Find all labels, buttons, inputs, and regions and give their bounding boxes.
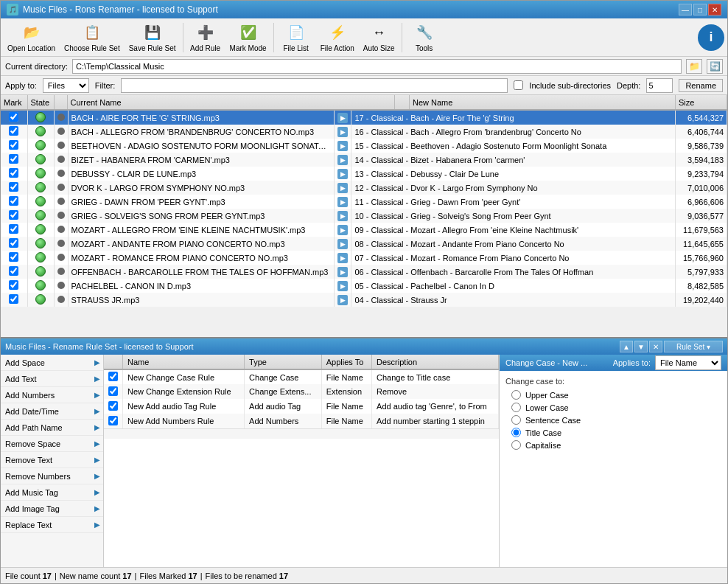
table-row[interactable]: STRAUSS JR.mp3▶04 - Classical - Strauss … bbox=[1, 293, 727, 307]
action-add-space[interactable]: Add Space ▶ bbox=[1, 355, 103, 371]
file-type-icon bbox=[57, 268, 65, 275]
current-name-cell: GRIEG - SOLVEIG'S SONG FROM PEER GYNT.mp… bbox=[68, 209, 335, 223]
move-up-button[interactable]: ▲ bbox=[620, 341, 633, 352]
option-capitalise[interactable]: Capitalise bbox=[511, 440, 721, 450]
radio-title-case[interactable] bbox=[511, 428, 521, 437]
depth-input[interactable] bbox=[646, 78, 673, 93]
title-case-label: Title Case bbox=[525, 428, 561, 437]
radio-upper-case[interactable] bbox=[511, 390, 521, 400]
rule-horizontal-scrollbar[interactable] bbox=[104, 428, 499, 439]
file-type-icon bbox=[57, 198, 65, 205]
action-remove-space[interactable]: Remove Space ▶ bbox=[1, 436, 103, 452]
mark-mode-button[interactable]: ✅ Mark Mode bbox=[226, 21, 270, 55]
action-add-pathname[interactable]: Add Path Name ▶ bbox=[1, 420, 103, 436]
file-mark-checkbox[interactable] bbox=[9, 112, 18, 122]
file-list-scroll[interactable]: BACH - AIRE FOR THE 'G' STRING.mp3▶17 - … bbox=[1, 111, 727, 336]
table-row[interactable]: GRIEG - SOLVEIG'S SONG FROM PEER GYNT.mp… bbox=[1, 209, 727, 223]
file-mark-checkbox[interactable] bbox=[9, 126, 18, 136]
rule-checkbox[interactable] bbox=[108, 401, 118, 411]
rule-row[interactable]: New Change Extension RuleChange Extens..… bbox=[104, 384, 499, 399]
table-row[interactable]: DVOR K - LARGO FROM SYMPHONY NO.mp3▶12 -… bbox=[1, 181, 727, 195]
rule-checkbox[interactable] bbox=[108, 386, 118, 396]
option-title-case[interactable]: Title Case bbox=[511, 428, 721, 437]
rule-checkbox[interactable] bbox=[108, 372, 118, 381]
save-rule-set-button[interactable]: 💾 Save Rule Set bbox=[125, 21, 180, 55]
file-mark-checkbox[interactable] bbox=[9, 266, 18, 276]
radio-lower-case[interactable] bbox=[511, 403, 521, 412]
file-action-label: File Action bbox=[321, 44, 354, 52]
option-upper-case[interactable]: Upper Case bbox=[511, 390, 721, 400]
file-mark-checkbox[interactable] bbox=[9, 280, 18, 290]
add-rule-button[interactable]: ➕ Add Rule bbox=[186, 21, 225, 55]
table-row[interactable]: PACHELBEL - CANON IN D.mp3▶05 - Classica… bbox=[1, 279, 727, 293]
applies-to-select[interactable]: File Name Extension Both bbox=[655, 355, 721, 370]
close-button[interactable]: ✕ bbox=[708, 4, 721, 15]
table-row[interactable]: GRIEG - DAWN FROM 'PEER GYNT'.mp3▶11 - C… bbox=[1, 195, 727, 209]
rule-row[interactable]: New Change Case RuleChange CaseFile Name… bbox=[104, 369, 499, 384]
auto-size-button[interactable]: ↔ Auto Size bbox=[360, 21, 399, 55]
table-row[interactable]: BACH - AIRE FOR THE 'G' STRING.mp3▶17 - … bbox=[1, 111, 727, 125]
file-mark-checkbox[interactable] bbox=[9, 294, 18, 304]
delete-rule-button[interactable]: ✕ bbox=[649, 341, 662, 352]
rule-set-button[interactable]: Rule Set ▾ bbox=[664, 341, 723, 352]
current-name-cell: BACH - ALLEGRO FROM 'BRANDENBRUG' CONCER… bbox=[68, 125, 335, 139]
rule-checkbox[interactable] bbox=[108, 416, 118, 425]
option-lower-case[interactable]: Lower Case bbox=[511, 403, 721, 412]
file-list-button[interactable]: 📄 File List bbox=[277, 21, 315, 55]
action-add-music-tag[interactable]: Add Music Tag ▶ bbox=[1, 484, 103, 501]
rename-button[interactable]: Rename bbox=[679, 79, 723, 92]
file-mark-checkbox[interactable] bbox=[9, 252, 18, 262]
table-row[interactable]: MOZART - ROMANCE FROM PIANO CONCERTO NO.… bbox=[1, 251, 727, 265]
file-mark-checkbox[interactable] bbox=[9, 224, 18, 234]
refresh-button[interactable]: 🔄 bbox=[707, 59, 723, 74]
rule-scroll-area[interactable]: Name Type Applies To Description New Cha… bbox=[104, 355, 499, 428]
info-button[interactable]: i bbox=[698, 24, 724, 51]
include-subdirs-checkbox[interactable] bbox=[514, 80, 523, 90]
table-row[interactable]: BEETHOVEN - ADAGIO SOSTENUTO FORM MOONLI… bbox=[1, 139, 727, 153]
file-mark-checkbox[interactable] bbox=[9, 196, 18, 206]
browse-folder-button[interactable]: 📁 bbox=[686, 59, 702, 74]
bottom-panel: Music Files - Rename Rule Set - licensed… bbox=[1, 338, 727, 567]
file-type-icon bbox=[57, 282, 65, 289]
action-add-image-tag-arrow: ▶ bbox=[94, 504, 100, 512]
open-location-button[interactable]: 📂 Open Location bbox=[4, 21, 59, 55]
move-down-button[interactable]: ▼ bbox=[634, 341, 648, 352]
new-name-cell: 17 - Classical - Bach - Aire For The 'g'… bbox=[351, 111, 676, 125]
file-mark-checkbox[interactable] bbox=[9, 140, 18, 150]
table-row[interactable]: MOZART - ANDANTE FROM PIANO CONCERTO NO.… bbox=[1, 237, 727, 251]
rule-row[interactable]: New Add audio Tag RuleAdd audio TagFile … bbox=[104, 399, 499, 414]
file-mark-checkbox[interactable] bbox=[9, 168, 18, 178]
action-remove-text[interactable]: Remove Text ▶ bbox=[1, 452, 103, 468]
file-action-button[interactable]: ⚡ File Action bbox=[317, 21, 358, 55]
action-add-image-tag[interactable]: Add Image Tag ▶ bbox=[1, 501, 103, 517]
apply-to-select[interactable]: Files Folders Both bbox=[43, 78, 89, 93]
table-row[interactable]: DEBUSSY - CLAIR DE LUNE.mp3▶13 - Classic… bbox=[1, 167, 727, 181]
table-row[interactable]: MOZART - ALLEGRO FROM 'EINE KLEINE NACHT… bbox=[1, 223, 727, 237]
action-add-numbers[interactable]: Add Numbers ▶ bbox=[1, 387, 103, 403]
file-mark-checkbox[interactable] bbox=[9, 182, 18, 192]
action-remove-numbers[interactable]: Remove Numbers ▶ bbox=[1, 468, 103, 484]
action-replace-text[interactable]: Replace Text ▶ bbox=[1, 517, 103, 533]
table-row[interactable]: BIZET - HABANERA FROM 'CARMEN'.mp3▶14 - … bbox=[1, 153, 727, 167]
radio-sentence-case[interactable] bbox=[511, 415, 521, 425]
state-icon bbox=[35, 112, 46, 122]
action-add-pathname-label: Add Path Name bbox=[5, 423, 63, 432]
directory-input[interactable] bbox=[72, 59, 682, 74]
file-mark-checkbox[interactable] bbox=[9, 210, 18, 220]
action-add-text[interactable]: Add Text ▶ bbox=[1, 371, 103, 387]
current-name-cell: STRAUSS JR.mp3 bbox=[68, 293, 335, 307]
option-sentence-case[interactable]: Sentence Case bbox=[511, 415, 721, 425]
radio-capitalise[interactable] bbox=[511, 440, 521, 450]
maximize-button[interactable]: □ bbox=[693, 4, 707, 15]
action-add-datetime[interactable]: Add Date/Time ▶ bbox=[1, 403, 103, 420]
tools-button[interactable]: 🔧 Tools bbox=[405, 21, 444, 55]
choose-rule-set-button[interactable]: 📋 Choose Rule Set bbox=[60, 21, 124, 55]
rule-row[interactable]: New Add Numbers RuleAdd NumbersFile Name… bbox=[104, 414, 499, 428]
file-mark-checkbox[interactable] bbox=[9, 238, 18, 248]
table-row[interactable]: BACH - ALLEGRO FROM 'BRANDENBRUG' CONCER… bbox=[1, 125, 727, 139]
file-mark-checkbox[interactable] bbox=[9, 154, 18, 164]
table-row[interactable]: OFFENBACH - BARCAROLLE FROM THE TALES OF… bbox=[1, 265, 727, 279]
filter-input[interactable] bbox=[121, 78, 508, 93]
auto-size-label: Auto Size bbox=[363, 44, 395, 52]
minimize-button[interactable]: — bbox=[679, 4, 692, 15]
